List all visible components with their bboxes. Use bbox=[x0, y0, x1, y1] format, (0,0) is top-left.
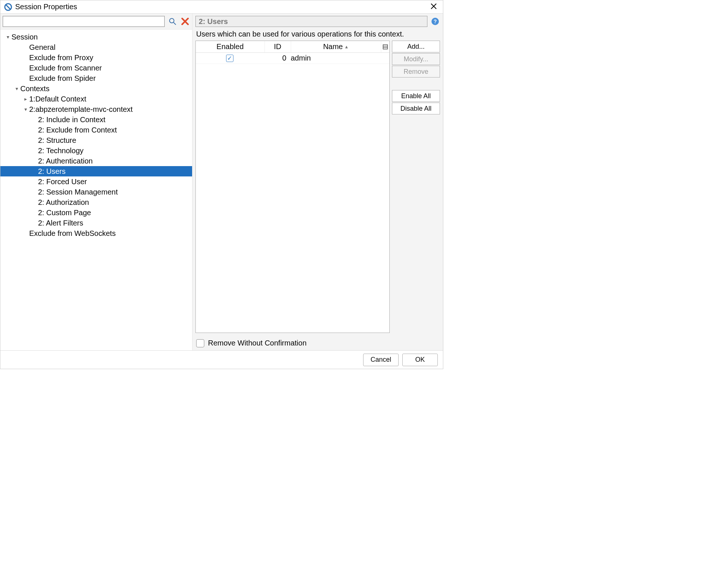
tree-item-label: 2: Authorization bbox=[38, 198, 89, 207]
tree-item-label: 2:abpzerotemplate-mvc-context bbox=[29, 105, 133, 114]
tree-item[interactable]: ▾Contexts bbox=[0, 83, 192, 94]
tree-item-label: 1:Default Context bbox=[29, 95, 86, 103]
tree-item-label: 2: Custom Page bbox=[38, 209, 91, 217]
tree-item-label: 2: Users bbox=[38, 167, 65, 176]
title-bar: Session Properties bbox=[0, 0, 443, 14]
column-id[interactable]: ID bbox=[265, 41, 291, 52]
tree-item[interactable]: Exclude from WebSockets bbox=[0, 228, 192, 238]
session-properties-window: Session Properties bbox=[0, 0, 443, 369]
column-name[interactable]: Name ▲ bbox=[291, 41, 382, 52]
enabled-checkbox[interactable]: ✓ bbox=[226, 55, 233, 62]
detail-pane: 2: Users ? Users which can be used for v… bbox=[192, 14, 443, 350]
tree-item-label: 2: Technology bbox=[38, 147, 83, 155]
add-button[interactable]: Add... bbox=[392, 41, 440, 52]
cell-id: 0 bbox=[264, 54, 289, 62]
help-icon[interactable]: ? bbox=[430, 17, 440, 26]
remove-button[interactable]: Remove bbox=[392, 66, 440, 78]
table-header: Enabled ID Name ▲ bbox=[196, 41, 389, 53]
svg-text:?: ? bbox=[434, 18, 437, 24]
table-body: ✓0admin bbox=[196, 53, 389, 333]
tree-item-label: 2: Authentication bbox=[38, 157, 93, 165]
column-name-label: Name bbox=[323, 42, 343, 51]
tree-item[interactable]: 2: Exclude from Context bbox=[0, 125, 192, 135]
tree-item-label: 2: Session Management bbox=[38, 188, 118, 196]
remove-without-confirmation-row: Remove Without Confirmation bbox=[192, 336, 443, 350]
tree-item[interactable]: 2: Structure bbox=[0, 135, 192, 145]
tree-item[interactable]: 2: Forced User bbox=[0, 176, 192, 187]
users-table: Enabled ID Name ▲ ✓0adm bbox=[195, 41, 390, 333]
panel-title: 2: Users bbox=[195, 16, 427, 27]
chevron-down-icon[interactable]: ▾ bbox=[4, 34, 11, 40]
tree-item-label: General bbox=[29, 43, 55, 52]
svg-rect-4 bbox=[383, 45, 388, 49]
tree-item[interactable]: 2: Session Management bbox=[0, 187, 192, 197]
navigation-tree: ▾SessionGeneralExclude from ProxyExclude… bbox=[0, 30, 192, 350]
tree-item-label: Session bbox=[11, 33, 38, 41]
tree-item-label: Exclude from WebSockets bbox=[29, 229, 116, 238]
column-menu-icon[interactable] bbox=[381, 44, 389, 49]
tree-item-label: 2: Structure bbox=[38, 136, 76, 145]
tree-item[interactable]: 2: Include in Context bbox=[0, 114, 192, 125]
svg-point-1 bbox=[170, 18, 174, 23]
tree-item[interactable]: 2: Custom Page bbox=[0, 207, 192, 218]
table-row[interactable]: ✓0admin bbox=[196, 53, 389, 64]
tree-item[interactable]: 2: Users bbox=[0, 166, 192, 176]
tree-item[interactable]: ▾2:abpzerotemplate-mvc-context bbox=[0, 104, 192, 114]
ok-button[interactable]: OK bbox=[402, 354, 438, 366]
clear-icon[interactable] bbox=[180, 17, 190, 26]
chevron-down-icon[interactable]: ▾ bbox=[13, 86, 20, 92]
enable-all-button[interactable]: Enable All bbox=[392, 90, 440, 102]
tree-item[interactable]: Exclude from Proxy bbox=[0, 52, 192, 63]
tree-item[interactable]: Exclude from Spider bbox=[0, 73, 192, 83]
search-input[interactable] bbox=[3, 16, 165, 27]
panel-description: Users which can be used for various oper… bbox=[192, 28, 443, 41]
tree-item[interactable]: 2: Alert Filters bbox=[0, 218, 192, 228]
tree-item[interactable]: Exclude from Scanner bbox=[0, 63, 192, 73]
chevron-right-icon[interactable]: ▸ bbox=[22, 96, 29, 102]
action-buttons: Add... Modify... Remove Enable All Disab… bbox=[392, 41, 440, 333]
window-title: Session Properties bbox=[15, 3, 428, 11]
dialog-footer: Cancel OK bbox=[0, 350, 443, 369]
tree-item-label: Exclude from Scanner bbox=[29, 64, 102, 72]
column-enabled[interactable]: Enabled bbox=[196, 41, 265, 52]
tree-item-label: Exclude from Spider bbox=[29, 74, 96, 83]
tree-item-label: 2: Include in Context bbox=[38, 116, 105, 124]
tree-item[interactable]: 2: Authentication bbox=[0, 156, 192, 166]
tree-item[interactable]: 2: Technology bbox=[0, 145, 192, 156]
close-button[interactable] bbox=[428, 3, 439, 11]
remove-without-confirmation-label: Remove Without Confirmation bbox=[208, 339, 307, 347]
chevron-down-icon[interactable]: ▾ bbox=[22, 106, 29, 112]
sort-ascending-icon: ▲ bbox=[344, 44, 349, 49]
modify-button[interactable]: Modify... bbox=[392, 53, 440, 65]
tree-item-label: Contexts bbox=[20, 85, 50, 93]
remove-without-confirmation-checkbox[interactable] bbox=[196, 339, 204, 347]
tree-item-label: 2: Alert Filters bbox=[38, 219, 83, 227]
cell-name: admin bbox=[289, 54, 381, 62]
search-icon[interactable] bbox=[168, 17, 177, 26]
app-icon bbox=[4, 3, 12, 11]
tree-item-label: 2: Exclude from Context bbox=[38, 126, 117, 134]
disable-all-button[interactable]: Disable All bbox=[392, 103, 440, 114]
tree-item-label: 2: Forced User bbox=[38, 178, 87, 186]
navigation-pane: ▾SessionGeneralExclude from ProxyExclude… bbox=[0, 14, 192, 350]
search-toolbar bbox=[0, 14, 192, 30]
tree-item[interactable]: 2: Authorization bbox=[0, 197, 192, 207]
cancel-button[interactable]: Cancel bbox=[363, 354, 399, 366]
tree-item[interactable]: ▾Session bbox=[0, 32, 192, 42]
tree-item-label: Exclude from Proxy bbox=[29, 54, 93, 62]
tree-item[interactable]: ▸1:Default Context bbox=[0, 94, 192, 104]
tree-item[interactable]: General bbox=[0, 42, 192, 52]
